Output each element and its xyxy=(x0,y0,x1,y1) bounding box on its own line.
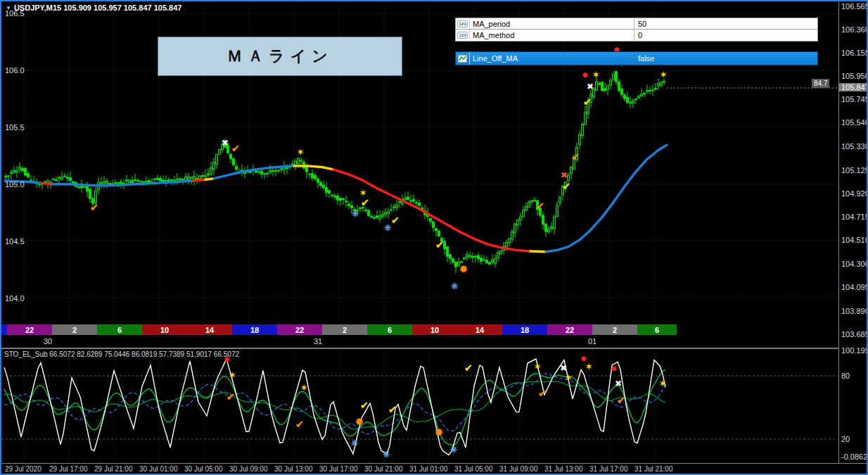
blue-snowflake-marker-icon: ❋ xyxy=(351,438,358,448)
yellow-star-marker-icon: ✶ xyxy=(659,69,668,80)
session-hour-strip: 222610141822261014182226 xyxy=(1,324,677,335)
orange-star-marker-icon: ✹ xyxy=(459,262,468,276)
indicator-settings-panel: 123MA_period50123MA_method0Line_Off_MAfa… xyxy=(455,18,818,65)
session-hour-cell: 10 xyxy=(412,324,457,335)
numeric-123-glyph: 123 xyxy=(457,20,467,27)
red-dot-marker-icon: ● xyxy=(582,71,588,78)
yellow-star-marker-icon: ✶ xyxy=(592,69,600,80)
yellow-star-marker-icon: ✶ xyxy=(585,361,593,372)
orange-star-marker-icon: ✹ xyxy=(355,415,364,429)
time-axis-label: 31 Jul 21:00 xyxy=(634,465,673,473)
blue-snowflake-marker-icon: ❋ xyxy=(352,209,359,219)
date-separator-label: 01 xyxy=(588,337,596,346)
setting-name: Line_Off_MA xyxy=(470,52,634,65)
white-x-marker-icon: ✖ xyxy=(222,138,229,148)
time-axis-label: 30 Jul 05:00 xyxy=(184,465,223,473)
time-axis-label: 30 Jul 01:00 xyxy=(139,465,178,473)
left-price-label: 106.0 xyxy=(5,66,25,75)
yellow-star-marker-icon: ✶ xyxy=(228,369,236,381)
session-hour-cell: 22 xyxy=(277,324,322,335)
blue-snowflake-marker-icon: ❋ xyxy=(384,223,391,233)
window-menu-icon: ▼ xyxy=(6,5,11,11)
setting-value[interactable]: false xyxy=(634,52,817,65)
yellow-star-marker-icon: ✶ xyxy=(533,361,542,372)
time-axis-label: 29 Jul 17:00 xyxy=(49,465,88,473)
left-price-label: 104.0 xyxy=(5,294,25,303)
setting-row-ma_period[interactable]: 123MA_period50 xyxy=(455,18,818,30)
red-x-marker-icon: ✖ xyxy=(561,170,568,180)
time-axis-label: 29 Jul 2020 xyxy=(5,465,42,473)
session-hour-cell: 6 xyxy=(367,324,412,335)
numeric-123-icon: 123 xyxy=(456,30,470,41)
yellow-check-marker-icon: ✔ xyxy=(435,239,445,251)
chart-line-glyph xyxy=(458,55,467,63)
session-hour-cell: 14 xyxy=(187,324,232,335)
orange-check-marker-icon: ✔ xyxy=(231,142,241,155)
setting-value[interactable]: 0 xyxy=(634,30,817,41)
yellow-check-marker-icon: ✔ xyxy=(388,403,397,416)
yellow-check-marker-icon: ✔ xyxy=(583,96,592,108)
chart-title-bar: ▼USDJPY,M15 105.909 105.957 105.847 105.… xyxy=(6,4,181,12)
symbol-ohlc-text: USDJPY,M15 105.909 105.957 105.847 105.8… xyxy=(14,4,182,12)
ma-line-label-box: ＭＡライン xyxy=(158,37,402,76)
time-axis-label: 31 Jul 01:00 xyxy=(409,465,448,473)
chart-canvas[interactable]: ✔✖✔✶✶✔❋✔❋✔✹❋✔✖✔✔✔✖●✶●✶✶●✶✔✶✔✔✹❋✔❋✹❋✔✶✔✖✶… xyxy=(1,1,868,475)
orange-check-marker-icon: ✔ xyxy=(538,387,547,400)
session-hour-cell: 10 xyxy=(142,324,187,335)
yellow-check-marker-icon: ✔ xyxy=(391,214,400,227)
blue-snowflake-marker-icon: ❋ xyxy=(450,445,457,455)
orange-check-marker-icon: ✔ xyxy=(617,394,626,407)
setting-value[interactable]: 50 xyxy=(634,18,817,29)
session-hour-cell: 18 xyxy=(232,324,277,335)
yellow-star-marker-icon: ✶ xyxy=(564,372,573,384)
yellow-star-marker-icon: ✶ xyxy=(300,382,308,393)
blue-snowflake-marker-icon: ❋ xyxy=(451,281,458,291)
left-price-label: 105.5 xyxy=(5,123,25,132)
yellow-check-marker-icon: ✔ xyxy=(464,362,473,374)
red-dot-marker-icon: ● xyxy=(611,365,617,372)
subwindow-separator[interactable] xyxy=(1,348,838,349)
setting-row-ma_method[interactable]: 123MA_method0 xyxy=(455,30,818,42)
yellow-star-marker-icon: ✶ xyxy=(296,146,305,158)
orange-check-marker-icon: ✔ xyxy=(90,201,99,214)
session-hour-cell: 22 xyxy=(547,324,592,335)
time-axis-label: 30 Jul 09:00 xyxy=(229,465,268,473)
orange-check-marker-icon: ✔ xyxy=(571,151,580,163)
chart-line-icon xyxy=(456,52,470,65)
time-axis-label: 30 Jul 21:00 xyxy=(364,465,403,473)
session-hour-cell: 6 xyxy=(97,324,142,335)
orange-check-marker-icon: ✔ xyxy=(295,418,305,431)
time-axis-label: 30 Jul 17:00 xyxy=(319,465,358,473)
orange-check-marker-icon: ✔ xyxy=(536,200,545,213)
orange-star-marker-icon: ✹ xyxy=(434,426,443,439)
time-axis[interactable]: 29 Jul 202029 Jul 17:0029 Jul 21:0030 Ju… xyxy=(1,465,867,475)
setting-row-line_off_ma[interactable]: Line_Off_MAfalse xyxy=(455,51,818,65)
white-x-marker-icon: ✖ xyxy=(587,82,594,91)
numeric-123-icon: 123 xyxy=(456,18,470,29)
yellow-check-marker-icon: ✔ xyxy=(562,180,571,193)
setting-name: MA_method xyxy=(470,30,634,41)
date-separator-label: 31 xyxy=(314,337,322,346)
time-axis-label: 31 Jul 17:00 xyxy=(589,465,628,473)
session-hour-cell: 6 xyxy=(637,324,677,335)
time-axis-label: 31 Jul 05:00 xyxy=(454,465,493,473)
indicator-value-badge: 84.7 xyxy=(812,79,829,88)
blue-snowflake-marker-icon: ❋ xyxy=(383,450,390,460)
white-x-marker-icon: ✖ xyxy=(615,379,622,388)
date-separator-label: 30 xyxy=(44,337,52,346)
time-axis-label: 31 Jul 09:00 xyxy=(499,465,538,473)
left-price-label: 104.5 xyxy=(5,237,25,246)
yellow-star-marker-icon: ✶ xyxy=(658,378,667,389)
session-hour-cell: 2 xyxy=(592,324,637,335)
session-hour-cell: 2 xyxy=(322,324,367,335)
mt4-chart-window: ✔✖✔✶✶✔❋✔❋✔✹❋✔✖✔✔✔✖●✶●✶✶●✶✔✶✔✔✹❋✔❋✹❋✔✶✔✖✶… xyxy=(0,0,868,475)
time-axis-label: 30 Jul 13:00 xyxy=(274,465,313,473)
yellow-check-marker-icon: ✔ xyxy=(360,399,369,412)
setting-name: MA_period xyxy=(470,18,634,29)
price-axis-line xyxy=(838,1,839,463)
time-axis-line xyxy=(1,463,867,464)
numeric-123-glyph: 123 xyxy=(457,32,467,39)
signal-markers: ✔✖✔✶✶✔❋✔❋✔✹❋✔✖✔✔✔✖●✶●✶✶●✶✔✶✔✔✹❋✔❋✹❋✔✶✔✖✶… xyxy=(90,46,668,460)
time-axis-label: 29 Jul 21:00 xyxy=(94,465,133,473)
session-hour-cell: 18 xyxy=(502,324,547,335)
